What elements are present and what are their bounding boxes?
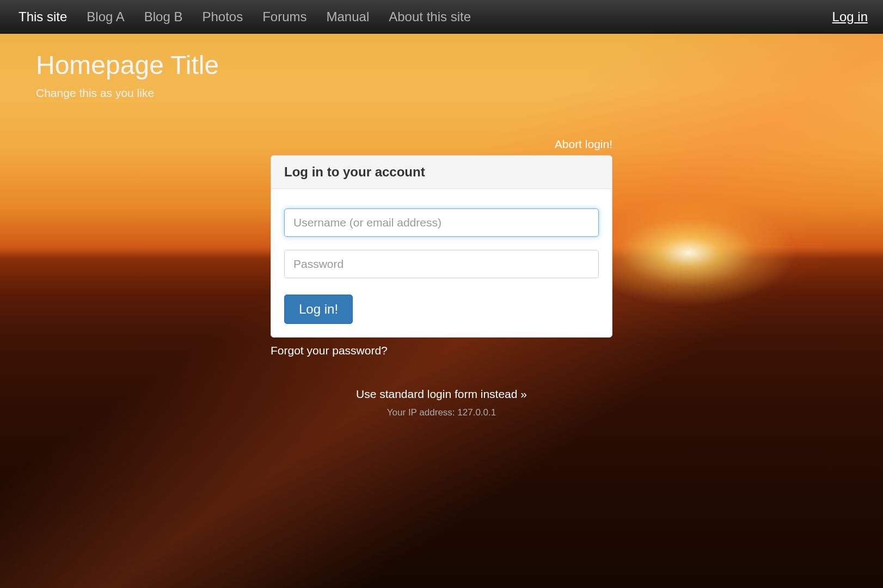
login-panel-title: Log in to your account	[284, 164, 599, 180]
login-button[interactable]: Log in!	[284, 295, 353, 324]
nav-item-photos[interactable]: Photos	[192, 9, 253, 24]
username-input[interactable]	[284, 209, 599, 237]
login-panel-body: Log in!	[271, 189, 612, 337]
abort-login-link[interactable]: Abort login!	[555, 138, 612, 150]
abort-row: Abort login!	[271, 138, 612, 151]
forgot-password-link[interactable]: Forgot your password?	[271, 344, 388, 357]
password-input[interactable]	[284, 250, 599, 278]
page-subtitle: Change this as you like	[36, 87, 883, 100]
login-panel-header: Log in to your account	[271, 156, 612, 189]
nav-item-blog-a[interactable]: Blog A	[77, 9, 134, 24]
nav-item-blog-b[interactable]: Blog B	[134, 9, 193, 24]
nav-item-about[interactable]: About this site	[379, 9, 481, 24]
login-panel: Log in to your account Log in!	[271, 155, 612, 338]
alt-login-row: Use standard login form instead »	[271, 388, 612, 401]
nav-item-manual[interactable]: Manual	[317, 9, 379, 24]
page-title: Homepage Title	[36, 50, 883, 80]
nav-login-link[interactable]: Log in	[826, 9, 874, 24]
standard-login-link[interactable]: Use standard login form instead »	[356, 388, 527, 400]
ip-address-line: Your IP address: 127.0.0.1	[271, 407, 612, 418]
hero-section: Homepage Title Change this as you like	[0, 34, 883, 100]
nav-left: This site Blog A Blog B Photos Forums Ma…	[9, 9, 481, 24]
nav-right: Log in	[826, 9, 874, 24]
nav-item-forums[interactable]: Forums	[253, 9, 316, 24]
forgot-row: Forgot your password?	[271, 344, 612, 357]
nav-item-this-site[interactable]: This site	[9, 9, 77, 24]
login-container: Abort login! Log in to your account Log …	[271, 138, 612, 418]
top-navbar: This site Blog A Blog B Photos Forums Ma…	[0, 0, 883, 34]
